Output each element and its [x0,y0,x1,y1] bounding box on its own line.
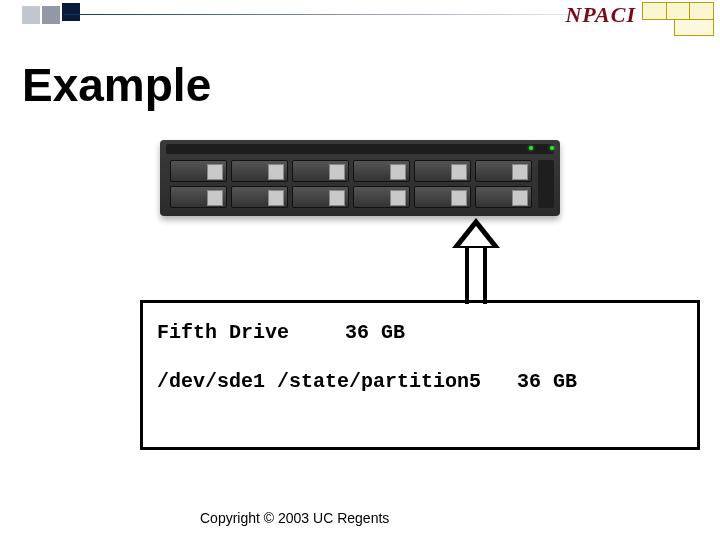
accent-line [64,14,630,15]
drive-size: 36 GB [517,370,577,393]
drive-device: /dev/sde1 [157,370,265,393]
slide-title: Example [22,58,211,112]
drive-capacity: 36 GB [345,321,405,344]
server-illustration [160,140,560,216]
accent-squares [22,6,80,24]
copyright-text: Copyright © 2003 UC Regents [200,510,389,526]
npaci-logo: NPACI [565,2,636,28]
callout-arrow [456,218,496,308]
drive-label: Fifth Drive [157,321,289,344]
brand-block [642,2,714,36]
drive-info-box: Fifth Drive36 GB /dev/sde1 /state/partit… [140,300,700,450]
drive-mount: /state/partition5 [277,370,481,393]
